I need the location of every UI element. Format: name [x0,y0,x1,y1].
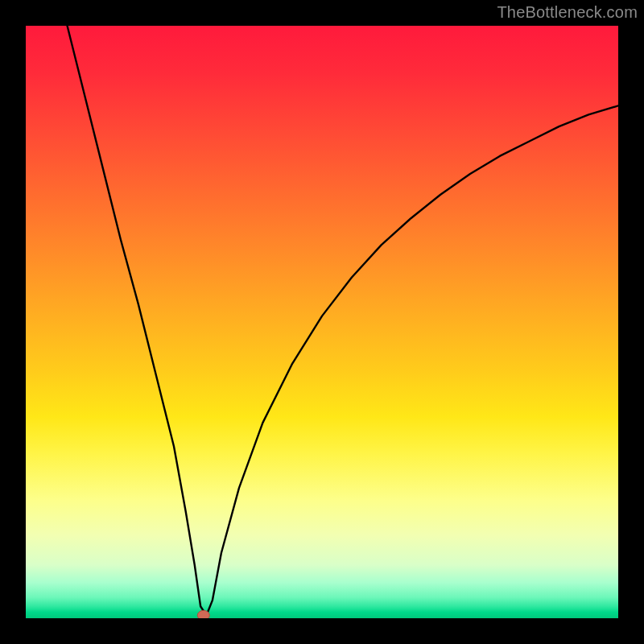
watermark-label: TheBottleneck.com [497,3,638,22]
bottleneck-curve [68,26,618,615]
minimum-marker [197,610,209,618]
svg-point-0 [197,610,209,618]
curve-layer [26,26,618,618]
chart-frame: TheBottleneck.com [0,0,644,644]
plot-area [26,26,618,618]
